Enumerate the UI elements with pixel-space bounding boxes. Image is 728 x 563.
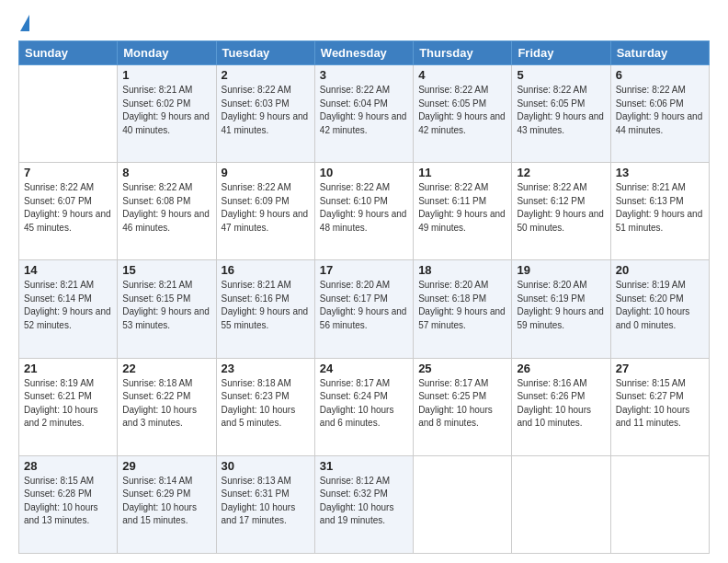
sunset-label: Sunset: 6:20 PM	[616, 293, 684, 304]
day-number: 21	[24, 362, 112, 375]
day-info: Sunrise: 8:22 AMSunset: 6:03 PMDaylight:…	[222, 84, 310, 137]
day-number: 6	[616, 68, 704, 82]
day-number: 8	[122, 166, 210, 179]
sunrise-label: Sunrise: 8:20 AM	[418, 280, 488, 290]
weekday-header-row: SundayMondayTuesdayWednesdayThursdayFrid…	[19, 41, 710, 65]
sunset-label: Sunset: 6:05 PM	[418, 98, 486, 109]
calendar-day-cell: 4Sunrise: 8:22 AMSunset: 6:05 PMDaylight…	[414, 65, 512, 163]
calendar-day-cell: 13Sunrise: 8:21 AMSunset: 6:13 PMDayligh…	[610, 163, 709, 260]
sunset-label: Sunset: 6:16 PM	[222, 293, 290, 304]
day-info: Sunrise: 8:22 AMSunset: 6:07 PMDaylight:…	[24, 181, 112, 235]
calendar-day-cell: 5Sunrise: 8:22 AMSunset: 6:05 PMDaylight…	[512, 65, 610, 163]
sunrise-label: Sunrise: 8:21 AM	[122, 280, 192, 290]
daylight-label: Daylight: 9 hours and 51 minutes.	[616, 209, 703, 233]
sunset-label: Sunset: 6:25 PM	[418, 391, 486, 401]
sunrise-label: Sunrise: 8:21 AM	[616, 182, 686, 192]
daylight-label: Daylight: 10 hours and 5 minutes.	[222, 405, 296, 429]
weekday-header-cell: Friday	[512, 41, 610, 65]
calendar-day-cell: 28Sunrise: 8:15 AMSunset: 6:28 PMDayligh…	[19, 455, 118, 553]
day-number: 23	[222, 362, 310, 375]
header	[18, 15, 710, 33]
weekday-header-cell: Saturday	[610, 41, 709, 65]
day-info: Sunrise: 8:22 AMSunset: 6:04 PMDaylight:…	[320, 84, 408, 137]
daylight-label: Daylight: 9 hours and 48 minutes.	[320, 209, 407, 233]
calendar-day-cell: 29Sunrise: 8:14 AMSunset: 6:29 PMDayligh…	[118, 455, 216, 553]
sunrise-label: Sunrise: 8:18 AM	[222, 378, 291, 388]
calendar-day-cell: 24Sunrise: 8:17 AMSunset: 6:24 PMDayligh…	[314, 358, 413, 455]
calendar-day-cell: 18Sunrise: 8:20 AMSunset: 6:18 PMDayligh…	[414, 260, 512, 358]
day-number: 13	[616, 166, 704, 179]
calendar-day-cell: 1Sunrise: 8:21 AMSunset: 6:02 PMDaylight…	[118, 65, 216, 163]
sunrise-label: Sunrise: 8:22 AM	[517, 182, 586, 192]
sunset-label: Sunset: 6:29 PM	[122, 488, 190, 499]
day-info: Sunrise: 8:21 AMSunset: 6:02 PMDaylight:…	[122, 84, 210, 137]
daylight-label: Daylight: 10 hours and 2 minutes.	[24, 405, 98, 429]
sunset-label: Sunset: 6:11 PM	[418, 196, 486, 206]
day-info: Sunrise: 8:19 AMSunset: 6:21 PMDaylight:…	[24, 377, 112, 431]
sunset-label: Sunset: 6:09 PM	[222, 196, 290, 206]
daylight-label: Daylight: 9 hours and 52 minutes.	[24, 306, 111, 330]
calendar-day-cell: 3Sunrise: 8:22 AMSunset: 6:04 PMDaylight…	[314, 65, 413, 163]
sunset-label: Sunset: 6:05 PM	[517, 98, 585, 109]
day-info: Sunrise: 8:22 AMSunset: 6:09 PMDaylight:…	[222, 181, 310, 235]
sunrise-label: Sunrise: 8:22 AM	[517, 85, 586, 95]
day-info: Sunrise: 8:16 AMSunset: 6:26 PMDaylight:…	[517, 377, 605, 431]
daylight-label: Daylight: 9 hours and 46 minutes.	[122, 209, 210, 233]
day-number: 24	[320, 362, 408, 375]
day-info: Sunrise: 8:12 AMSunset: 6:32 PMDaylight:…	[320, 475, 408, 528]
day-info: Sunrise: 8:18 AMSunset: 6:22 PMDaylight:…	[122, 377, 210, 431]
day-number: 10	[320, 166, 408, 179]
sunset-label: Sunset: 6:23 PM	[222, 391, 290, 401]
calendar-day-cell: 31Sunrise: 8:12 AMSunset: 6:32 PMDayligh…	[314, 455, 413, 553]
calendar-week-row: 1Sunrise: 8:21 AMSunset: 6:02 PMDaylight…	[19, 65, 710, 163]
sunset-label: Sunset: 6:19 PM	[517, 293, 585, 304]
day-number: 25	[418, 362, 506, 375]
day-number: 20	[616, 263, 704, 277]
day-info: Sunrise: 8:22 AMSunset: 6:05 PMDaylight:…	[418, 84, 506, 137]
daylight-label: Daylight: 9 hours and 57 minutes.	[418, 306, 506, 330]
daylight-label: Daylight: 9 hours and 42 minutes.	[320, 111, 407, 135]
daylight-label: Daylight: 9 hours and 53 minutes.	[122, 306, 210, 330]
page: SundayMondayTuesdayWednesdayThursdayFrid…	[0, 0, 728, 563]
sunrise-label: Sunrise: 8:21 AM	[122, 85, 192, 95]
daylight-label: Daylight: 9 hours and 59 minutes.	[517, 306, 604, 330]
calendar-day-cell: 2Sunrise: 8:22 AMSunset: 6:03 PMDaylight…	[216, 65, 314, 163]
sunset-label: Sunset: 6:08 PM	[122, 196, 190, 206]
calendar-day-cell: 16Sunrise: 8:21 AMSunset: 6:16 PMDayligh…	[216, 260, 314, 358]
day-number: 31	[320, 459, 408, 473]
calendar-day-cell: 19Sunrise: 8:20 AMSunset: 6:19 PMDayligh…	[512, 260, 610, 358]
daylight-label: Daylight: 9 hours and 40 minutes.	[122, 111, 210, 135]
daylight-label: Daylight: 9 hours and 41 minutes.	[222, 111, 309, 135]
logo-triangle-icon	[20, 15, 29, 31]
daylight-label: Daylight: 9 hours and 49 minutes.	[418, 209, 506, 233]
day-number: 4	[418, 68, 506, 82]
sunset-label: Sunset: 6:18 PM	[418, 293, 486, 304]
calendar-day-cell: 15Sunrise: 8:21 AMSunset: 6:15 PMDayligh…	[118, 260, 216, 358]
sunrise-label: Sunrise: 8:22 AM	[418, 85, 488, 95]
calendar-day-cell: 20Sunrise: 8:19 AMSunset: 6:20 PMDayligh…	[610, 260, 709, 358]
daylight-label: Daylight: 9 hours and 44 minutes.	[616, 111, 703, 135]
sunset-label: Sunset: 6:24 PM	[320, 391, 388, 401]
calendar-day-cell: 23Sunrise: 8:18 AMSunset: 6:23 PMDayligh…	[216, 358, 314, 455]
sunrise-label: Sunrise: 8:22 AM	[320, 85, 390, 95]
weekday-header-cell: Wednesday	[314, 41, 413, 65]
calendar-day-cell: 25Sunrise: 8:17 AMSunset: 6:25 PMDayligh…	[414, 358, 512, 455]
day-number: 22	[122, 362, 210, 375]
day-number: 16	[222, 263, 310, 277]
sunrise-label: Sunrise: 8:15 AM	[616, 378, 686, 388]
daylight-label: Daylight: 10 hours and 13 minutes.	[24, 502, 98, 526]
day-number: 30	[222, 459, 310, 473]
sunset-label: Sunset: 6:26 PM	[517, 391, 585, 401]
calendar-day-cell: 26Sunrise: 8:16 AMSunset: 6:26 PMDayligh…	[512, 358, 610, 455]
sunset-label: Sunset: 6:31 PM	[222, 488, 290, 499]
day-number: 15	[122, 263, 210, 277]
sunrise-label: Sunrise: 8:21 AM	[24, 280, 94, 290]
day-info: Sunrise: 8:22 AMSunset: 6:11 PMDaylight:…	[418, 181, 506, 235]
sunrise-label: Sunrise: 8:22 AM	[222, 182, 291, 192]
sunrise-label: Sunrise: 8:15 AM	[24, 476, 94, 486]
day-number: 3	[320, 68, 408, 82]
day-info: Sunrise: 8:13 AMSunset: 6:31 PMDaylight:…	[222, 475, 310, 528]
day-number: 12	[517, 166, 605, 179]
sunset-label: Sunset: 6:21 PM	[24, 391, 92, 401]
day-info: Sunrise: 8:22 AMSunset: 6:08 PMDaylight:…	[122, 181, 210, 235]
